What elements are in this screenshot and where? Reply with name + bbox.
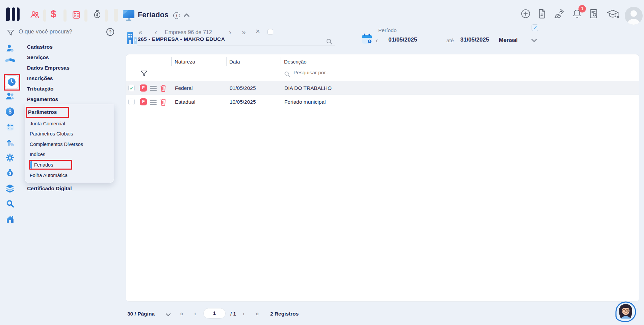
building-icon [125, 31, 138, 46]
period-label: Período [378, 27, 396, 33]
submenu-item-feriados[interactable]: Feriados [34, 161, 53, 168]
moneybag-icon[interactable] [93, 9, 102, 20]
logo-bar [17, 7, 20, 21]
percent-up-icon[interactable]: % [6, 138, 15, 147]
prev-page-icon[interactable]: ‹ [194, 310, 196, 317]
row-checkbox[interactable] [128, 85, 135, 91]
company-name[interactable]: 265 - EMPRESA - MAKRO EDUCA [138, 36, 225, 42]
sidebar-search-input[interactable] [19, 28, 101, 35]
table-filter-icon[interactable] [140, 70, 148, 78]
broom-icon[interactable] [554, 8, 565, 19]
prev-period-icon[interactable]: ‹ [376, 37, 378, 43]
sidebar-item-certificado-digital[interactable]: Certificado Digital [27, 185, 72, 192]
svg-text:$: $ [9, 171, 11, 175]
total-pages-label: / 1 [230, 311, 236, 317]
sidebar-item-parametros[interactable]: Parâmetros [28, 109, 57, 116]
clear-company-icon[interactable]: × [256, 28, 260, 34]
company-checkbox[interactable] [267, 29, 273, 35]
submenu-item-complementos-diversos[interactable]: Complementos Diversos [30, 141, 83, 148]
document-icon[interactable] [538, 8, 546, 19]
add-icon[interactable] [521, 9, 531, 19]
submenu-item-parametros-globais[interactable]: Parâmetros Globais [30, 130, 73, 137]
table-search-input[interactable] [293, 70, 402, 76]
company-underline [137, 45, 335, 46]
page-size-chevron-down-icon[interactable] [165, 313, 171, 317]
users-icon[interactable] [5, 91, 15, 100]
period-end-date[interactable]: 31/05/2025 [460, 36, 489, 43]
page-title: Feriados [138, 11, 169, 19]
assistant-mascot[interactable] [615, 301, 636, 322]
clients-icon[interactable] [30, 10, 40, 19]
home-icon[interactable] [5, 215, 15, 224]
document-search-icon[interactable] [589, 8, 598, 19]
sidebar-item-tributacao[interactable]: Tributação [27, 85, 53, 92]
table-row[interactable]: F Federal 01/05/2025 DIA DO TRABALHO [126, 81, 639, 95]
records-count: 2 Registros [270, 311, 299, 317]
period-mode-chevron-down-icon[interactable] [531, 38, 537, 43]
sidebar-item-dados-empresas[interactable]: Dados Empresas [27, 65, 70, 71]
currency-icon[interactable]: $ [51, 8, 56, 20]
drag-handle-icon[interactable] [150, 100, 157, 105]
submenu-item-indices[interactable]: Índices [30, 151, 45, 158]
toolbar-divider [105, 9, 108, 22]
layers-icon[interactable] [5, 184, 15, 193]
app-logo[interactable] [6, 7, 22, 21]
info-icon[interactable]: i [173, 12, 180, 19]
column-divider [281, 57, 281, 66]
submenu-item-folha-automatica[interactable]: Folha Automática [30, 172, 68, 179]
drag-handle-icon[interactable] [150, 86, 157, 91]
company-search-icon[interactable] [326, 38, 333, 45]
submenu-item-junta-comercial[interactable]: Junta Comercial [30, 120, 65, 127]
column-divider [171, 57, 172, 66]
sidebar-item-pagamentos[interactable]: Pagamentos [27, 96, 58, 103]
delete-icon[interactable] [160, 98, 166, 106]
prev-company-icon[interactable]: ‹ [155, 29, 157, 35]
graduation-cap-icon[interactable] [607, 9, 619, 20]
last-page-icon[interactable]: » [255, 310, 259, 317]
search-icon[interactable] [6, 199, 15, 208]
company-nav-label: Empresa 96 de 712 [165, 29, 212, 35]
sidebar-item-cadastros[interactable]: Cadastros [27, 44, 53, 50]
logo-bar [6, 7, 10, 21]
user-gear-icon[interactable] [5, 44, 15, 53]
cell-descricao: DIA DO TRABALHO [284, 81, 332, 95]
holiday-badge[interactable]: F [140, 84, 147, 92]
period-between-label: até [446, 38, 454, 44]
table-row[interactable]: F Estadual 10/05/2025 Feriado municipal [126, 95, 639, 109]
moneybag-blue-icon[interactable]: $ [5, 168, 15, 178]
next-company-icon[interactable]: › [229, 29, 231, 35]
handshake-icon[interactable] [5, 56, 16, 65]
table-search-icon [284, 71, 290, 77]
period-checkbox[interactable] [532, 24, 538, 31]
last-company-icon[interactable]: » [242, 29, 246, 35]
gear-icon[interactable] [5, 153, 15, 162]
period-start-date[interactable]: 01/05/2025 [388, 36, 417, 43]
page-size-select[interactable]: 30 / Página [127, 311, 155, 317]
column-header-natureza[interactable]: Natureza [175, 59, 195, 65]
help-icon[interactable]: ? [106, 28, 114, 36]
row-checkbox[interactable] [128, 99, 135, 105]
clock-icon-card[interactable] [5, 75, 19, 89]
column-divider [226, 57, 227, 66]
column-header-descricao[interactable]: Descrição [284, 59, 307, 65]
calculator-icon[interactable] [72, 10, 81, 20]
calendar-icon [361, 33, 372, 45]
first-company-icon[interactable]: « [138, 29, 143, 35]
filter-icon[interactable] [7, 29, 15, 37]
sidebar-item-servicos[interactable]: Serviços [27, 54, 49, 61]
dollar-circle-icon[interactable]: $ [5, 107, 15, 116]
next-page-icon[interactable]: › [242, 310, 244, 317]
holidays-table-card: Natureza Data Descrição F [126, 54, 639, 302]
toolbar-divider [84, 9, 87, 22]
column-header-data[interactable]: Data [229, 59, 240, 65]
period-mode-select[interactable]: Mensal [499, 37, 518, 43]
delete-icon[interactable] [160, 84, 166, 92]
first-page-icon[interactable]: « [180, 310, 184, 317]
collapse-header-icon[interactable] [183, 13, 190, 18]
calculator-blue-icon[interactable] [6, 123, 15, 131]
next-period-icon[interactable]: › [487, 37, 489, 43]
page-input[interactable] [204, 308, 225, 317]
avatar[interactable] [625, 7, 643, 25]
sidebar-item-inscricoes[interactable]: Inscrições [27, 75, 53, 82]
holiday-badge[interactable]: F [140, 98, 147, 105]
